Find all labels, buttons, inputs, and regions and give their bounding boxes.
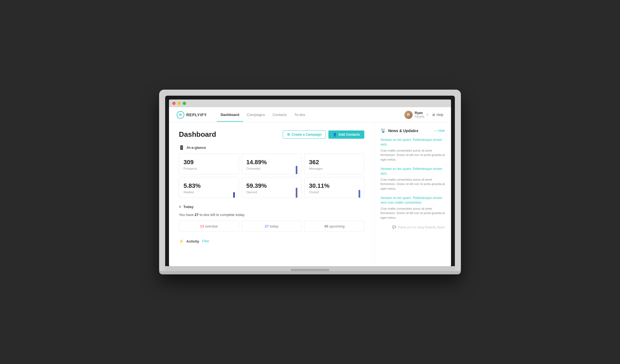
upcoming-count: 48 xyxy=(324,224,328,228)
nav: R REPLYIFY Dashboard Campaigns Contacts … xyxy=(169,107,451,123)
todo-today-card[interactable]: 27 today xyxy=(242,221,302,232)
opened-value: 59.39% xyxy=(246,182,297,189)
today-section: ≡ Today You have 27 to-dos left to compl… xyxy=(179,204,364,232)
nav-contacts[interactable]: Contacts xyxy=(269,108,291,122)
create-campaign-button[interactable]: ⚙ Create a Campaign xyxy=(283,130,326,139)
speech-icon: 💬 xyxy=(392,225,396,229)
stat-replied: 5.83% Replied xyxy=(179,177,239,198)
clicked-bar xyxy=(359,190,360,198)
user-subtitle: Replyify xyxy=(415,115,425,118)
overdue-label: overdue xyxy=(205,224,218,228)
hide-button[interactable]: — Hide xyxy=(434,129,445,133)
laptop-foot xyxy=(159,271,461,274)
news-item-1-title[interactable]: Aenean eu leo quam. Pellentesque ornare … xyxy=(381,138,445,147)
news-item-1: Aenean eu leo quam. Pellentesque ornare … xyxy=(381,138,445,162)
add-person-icon: 👤 xyxy=(333,133,337,136)
avatar: R xyxy=(404,111,413,119)
clicked-value: 30.11% xyxy=(309,182,360,189)
sidebar-panel: 📡 News & Updates — Hide Aenean eu leo qu… xyxy=(374,123,451,266)
news-item-2-body: Cras mattis consectetur purus sit amet f… xyxy=(381,177,445,191)
dashboard-actions: ⚙ Create a Campaign 👤 Add Contacts xyxy=(283,130,364,139)
list-icon: ≡ xyxy=(179,204,181,209)
nav-campaigns[interactable]: Campaigns xyxy=(243,108,269,122)
logo[interactable]: R REPLYIFY xyxy=(177,111,207,119)
stat-messages: 362 Messages xyxy=(304,153,364,174)
replied-label: Replied xyxy=(184,190,234,194)
news-item-2: Aenean eu leo quam. Pellentesque ornare … xyxy=(381,167,445,191)
clicked-label: Clicked xyxy=(309,190,360,194)
nav-links: Dashboard Campaigns Contacts To-dos xyxy=(217,108,404,122)
prospects-value: 309 xyxy=(184,159,234,166)
activity-title: Activity xyxy=(186,239,199,243)
stat-prospects: 309 Prospects xyxy=(179,153,239,174)
nav-dashboard[interactable]: Dashboard xyxy=(217,108,243,122)
nav-todos[interactable]: To-dos xyxy=(291,108,309,122)
logo-icon: R xyxy=(177,111,184,119)
create-icon: ⚙ xyxy=(287,133,290,136)
minus-icon: — xyxy=(434,129,437,133)
minimize-dot[interactable] xyxy=(177,102,181,105)
logo-text: REPLYIFY xyxy=(186,113,207,117)
dashboard-header: Dashboard ⚙ Create a Campaign 👤 Add Cont… xyxy=(179,130,364,139)
stat-opened: 59.39% Opened xyxy=(242,177,302,198)
converted-value: 14.89% xyxy=(246,159,297,166)
today-title: Today xyxy=(183,205,193,209)
thank-you-message: 💬 Thank you for using Replyify, Ryan! xyxy=(381,225,445,229)
at-a-glance-title: At-a-glance xyxy=(187,146,206,150)
today-description: You have 27 to-dos left to complete toda… xyxy=(179,213,364,217)
chevron-down-icon: ▾ xyxy=(427,113,428,116)
messages-value: 362 xyxy=(309,159,360,166)
titlebar xyxy=(169,99,451,107)
todo-overdue-card[interactable]: 13 overdue xyxy=(179,221,239,232)
today-header: ≡ Today xyxy=(179,204,364,209)
news-header: 📡 News & Updates — Hide xyxy=(381,128,445,133)
activity-section: ⚡ Activity Filter xyxy=(179,239,364,243)
converted-bar xyxy=(296,166,297,174)
at-a-glance-header: ▐▌ At-a-glance xyxy=(179,145,364,150)
help-icon: ⊞ xyxy=(432,113,435,117)
news-item-3-title[interactable]: Aenean eu leo quam. Pellentesque ornare … xyxy=(381,196,445,205)
help-button[interactable]: ⊞ Help xyxy=(432,113,443,117)
opened-bar xyxy=(296,188,297,198)
add-contacts-button[interactable]: 👤 Add Contacts xyxy=(328,130,364,139)
news-item-1-body: Cras mattis consectetur purus sit amet f… xyxy=(381,148,445,162)
maximize-dot[interactable] xyxy=(183,102,186,105)
news-item-3-body: Cras mattis consectetur purus sit amet f… xyxy=(381,206,445,220)
main-content: Dashboard ⚙ Create a Campaign 👤 Add Cont… xyxy=(169,123,374,266)
converted-label: Converted xyxy=(246,167,297,170)
today-label: today xyxy=(270,224,278,228)
opened-label: Opened xyxy=(246,190,297,194)
todo-grid: 13 overdue 27 today 48 upcoming xyxy=(179,221,364,232)
user-name: Ryan xyxy=(415,111,425,115)
laptop-notch xyxy=(291,269,329,271)
today-count: 27 xyxy=(265,224,269,228)
upcoming-label: upcoming xyxy=(329,224,345,228)
page-title: Dashboard xyxy=(179,130,283,139)
activity-icon: ⚡ xyxy=(179,239,184,243)
user-section[interactable]: R Ryan Replyify ▾ xyxy=(404,111,428,119)
bar-chart-icon: ▐▌ xyxy=(179,145,184,150)
filter-link[interactable]: Filter xyxy=(202,239,209,243)
replied-bar xyxy=(233,192,235,198)
news-item-3: Aenean eu leo quam. Pellentesque ornare … xyxy=(381,196,445,220)
messages-label: Messages xyxy=(309,167,360,170)
signal-icon: 📡 xyxy=(381,128,386,133)
stats-grid: 309 Prospects 14.89% Converted 362 Messa… xyxy=(179,153,364,198)
nav-right: R Ryan Replyify ▾ ⊞ Help xyxy=(404,111,443,119)
activity-header: ⚡ Activity Filter xyxy=(179,239,364,243)
replied-value: 5.83% xyxy=(184,182,234,189)
news-title: News & Updates xyxy=(388,129,418,133)
news-item-2-title[interactable]: Aenean eu leo quam. Pellentesque ornare … xyxy=(381,167,445,176)
overdue-count: 13 xyxy=(200,224,204,228)
close-dot[interactable] xyxy=(172,102,176,105)
stat-converted: 14.89% Converted xyxy=(242,153,302,174)
prospects-label: Prospects xyxy=(184,167,234,170)
stat-clicked: 30.11% Clicked xyxy=(304,177,364,198)
todo-upcoming-card[interactable]: 48 upcoming xyxy=(304,221,364,232)
